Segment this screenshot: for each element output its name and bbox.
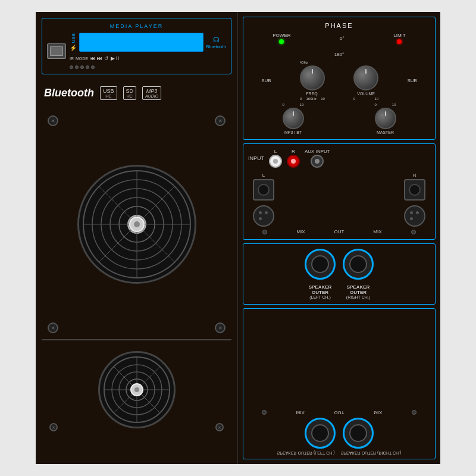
mix-bot-right: MIX (374, 410, 382, 415)
repeat-btn[interactable]: ↺ (104, 55, 109, 61)
xlr-pin-2 (265, 211, 268, 214)
power-label: POWER (273, 33, 290, 38)
bottom-left-mirrored: ✕ ✕ (42, 339, 231, 458)
xlr-pin-6 (410, 217, 413, 220)
rca-red-inner (291, 159, 296, 164)
knobs-row-2: 0 10 MP3 / BT 0 10 MASTER (248, 103, 430, 134)
dot-1[interactable] (70, 65, 73, 69)
bolt-sm-tl: ✕ (49, 423, 58, 431)
speakon-bottom-left[interactable] (305, 418, 336, 449)
play-btn[interactable]: ▶⏸ (111, 55, 120, 61)
lcd-screen (79, 33, 203, 52)
media-display-row: USB ⚡ ☊ Bluetooth (70, 33, 226, 52)
left-jack[interactable] (253, 179, 274, 201)
speakon-right[interactable] (343, 249, 374, 280)
speaker-label-right: SPEAKER OUTER (RIGHT CH.) (343, 284, 374, 299)
r-label: R (292, 149, 295, 154)
mix-indicator-bot-right (412, 411, 416, 415)
usb-badge-sub: HC (105, 94, 111, 98)
scale-160hz: 160Hz (306, 97, 317, 101)
small-fan (98, 351, 176, 428)
transport-dots (70, 65, 226, 69)
bottom-speakon-row (247, 418, 431, 449)
prev-btn[interactable]: ⏮ (90, 55, 95, 61)
right-jack-label: R (413, 173, 416, 178)
bottom-mix-row: MIX OUT MIX (247, 410, 431, 415)
master-label: MASTER (377, 130, 394, 134)
bluetooth-text: Bluetooth (44, 87, 94, 99)
mix-right-label: MIX (373, 229, 381, 234)
speakon-bottom-right-inner (349, 424, 367, 442)
speakon-left[interactable] (305, 249, 336, 280)
rca-white-inner (273, 159, 278, 164)
left-jack-label: L (262, 173, 265, 178)
right-panel: PHASE POWER 0° LIMIT 180° (238, 12, 440, 464)
scale-10-mp3: 10 (300, 103, 304, 107)
svg-point-11 (134, 221, 140, 227)
scale-10-vol: 10 (374, 97, 378, 101)
fan-svg (80, 168, 193, 281)
mp3bt-knob-group: 0 10 MP3 / BT (283, 103, 304, 134)
phase-section: PHASE POWER 0° LIMIT 180° (243, 17, 436, 140)
aux-label: AUX INPUT (305, 149, 330, 154)
scale-40hz: 40Hz (300, 61, 308, 64)
xlr-right-inner (410, 211, 419, 221)
mode-label: MODE (76, 57, 88, 61)
mix-bot-left: MIX (296, 410, 305, 415)
bottom-speaker-labels: SPEAKER OUTER (LEFT CH.) SPEAKER OUTER (… (247, 451, 431, 455)
speaker-right-ch: (RIGHT CH.) (343, 295, 374, 299)
media-player-inner: USB ⚡ ☊ Bluetooth IR MODE ⏮ ⏭ (47, 33, 226, 69)
dot-2[interactable] (75, 65, 79, 69)
speakon-bottom-left-inner (311, 424, 329, 442)
dot-5[interactable] (91, 65, 95, 69)
out-bot: OUT (334, 410, 345, 415)
xlr-row (248, 205, 430, 227)
input-section: INPUT L R AUX INPUT (243, 143, 436, 240)
small-fan-svg (101, 354, 173, 425)
volume-knob-group: VOLUME 0 10 (353, 65, 378, 101)
media-player-section: MEDIA PLAYER USB ⚡ (42, 18, 231, 74)
mix-indicator-right (411, 230, 416, 234)
degree0-label: 0° (340, 36, 345, 41)
xlr-right[interactable] (404, 205, 425, 227)
bluetooth-small-label: Bluetooth (206, 44, 226, 49)
speaker-left-main: SPEAKER OUTER (305, 284, 336, 295)
mp3bt-knob[interactable] (283, 108, 304, 129)
media-player-title: MEDIA PLAYER (47, 23, 226, 29)
mode-controls-row: IR MODE ⏮ ⏭ ↺ ▶⏸ (70, 55, 226, 61)
speakon-left-inner (311, 255, 329, 273)
speaker-section: SPEAKER OUTER (LEFT CH.) SPEAKER OUTER (… (243, 243, 436, 305)
phase-title: PHASE (248, 22, 430, 29)
rca-aux-inner (315, 159, 320, 164)
xlr-left-inner (259, 211, 268, 221)
bolt-tl (48, 115, 58, 126)
xlr-pin-4 (410, 211, 413, 214)
main-fan (77, 165, 196, 284)
speaker-connectors (248, 249, 430, 280)
rca-aux[interactable] (311, 155, 324, 168)
sub-left-label: SUB (261, 78, 271, 83)
input-top-row: INPUT L R AUX INPUT (248, 149, 430, 168)
right-jack[interactable] (404, 179, 425, 201)
xlr-left[interactable] (253, 205, 274, 227)
sd-badge-sub: HC (127, 94, 133, 98)
dot-3[interactable] (80, 65, 84, 69)
xlr-pin-5 (416, 211, 419, 214)
phase-top-row: POWER 0° LIMIT (248, 33, 430, 44)
volume-knob[interactable] (353, 65, 378, 90)
dot-4[interactable] (86, 65, 89, 69)
rca-white[interactable] (269, 155, 282, 168)
usb-badge: USB HC (100, 86, 117, 100)
prev-track-btn[interactable]: ⏭ (97, 55, 102, 61)
sd-card-slot[interactable] (47, 43, 66, 59)
media-controls-area: USB ⚡ ☊ Bluetooth IR MODE ⏮ ⏭ (70, 33, 226, 69)
master-knob[interactable] (375, 108, 396, 129)
speaker-left-ch: (LEFT CH.) (305, 295, 336, 299)
mp3-badge: MP3 AUDIO (142, 86, 161, 100)
speakon-bottom-right[interactable] (343, 418, 374, 449)
rca-red[interactable] (287, 155, 300, 168)
svg-point-21 (134, 387, 139, 392)
freq-knob[interactable] (300, 65, 325, 90)
speakon-right-inner (349, 255, 367, 273)
sub-right-label: SUB (407, 78, 416, 83)
